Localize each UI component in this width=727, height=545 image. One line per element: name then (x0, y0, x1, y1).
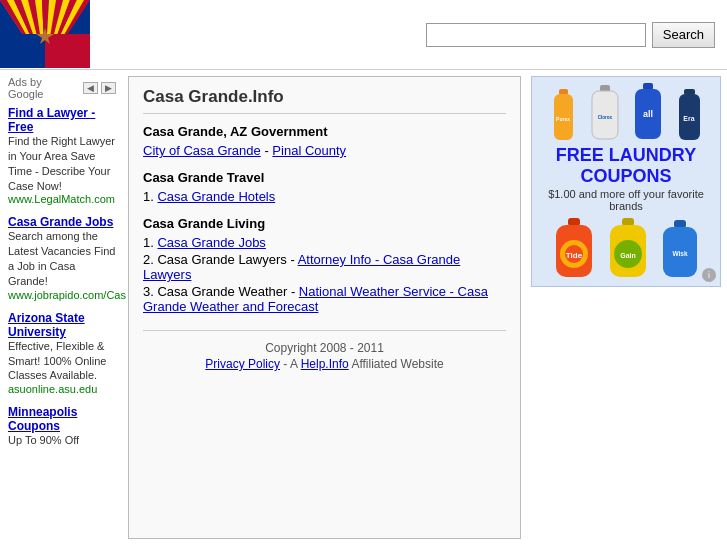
separator: - A (283, 357, 300, 371)
page-title: Casa Grande.Info (143, 87, 506, 114)
ads-nav-next[interactable]: ▶ (101, 82, 116, 94)
section-travel-title: Casa Grande Travel (143, 170, 506, 185)
section-living-item-1: 1. Casa Grande Jobs (143, 235, 506, 250)
help-info-link[interactable]: Help.Info (301, 357, 349, 371)
sidebar-ad-3-title[interactable]: Arizona State University (8, 311, 116, 339)
copyright-section: Copyright 2008 - 2011 Privacy Policy - A… (143, 330, 506, 371)
sidebar-ad-2: Casa Grande Jobs Search among the Latest… (8, 215, 116, 300)
search-input[interactable] (426, 23, 646, 47)
section-living-title: Casa Grande Living (143, 216, 506, 231)
section-living: Casa Grande Living 1. Casa Grande Jobs 2… (143, 216, 506, 314)
section-travel: Casa Grande Travel 1. Casa Grande Hotels (143, 170, 506, 204)
sidebar-ad-2-desc: Search among the Latest Vacancies Find a… (8, 229, 116, 288)
ads-nav-prev[interactable]: ◀ (83, 82, 98, 94)
svg-text:Gain: Gain (620, 252, 636, 259)
ad-banner[interactable]: Purex Clorox all Era (531, 76, 721, 287)
sidebar-ad-2-url: www.jobrapido.com/Cas (8, 289, 116, 301)
sidebar-ad-4: Minneapolis Coupons Up To 90% Off (8, 405, 116, 448)
ads-by-google-label: Ads by Google ◀ ▶ (8, 76, 116, 100)
ad-banner-title: FREE LAUNDRY COUPONS (538, 145, 714, 186)
era-bottle: Era (672, 89, 707, 141)
pinal-county-link[interactable]: Pinal County (272, 143, 346, 158)
svg-text:all: all (642, 109, 652, 119)
section-government-content: City of Casa Grande - Pinal County (143, 143, 506, 158)
svg-text:Purex: Purex (556, 116, 570, 122)
svg-rect-33 (643, 83, 653, 90)
ad-banner-subtitle: $1.00 and more off your favorite brands (538, 188, 714, 212)
main-content: Casa Grande.Info Casa Grande, AZ Governm… (128, 76, 521, 539)
svg-text:Wisk: Wisk (672, 250, 687, 257)
ad-bottles-top: Purex Clorox all Era (538, 83, 714, 141)
sidebar-ad-1-title[interactable]: Find a Lawyer - Free (8, 106, 116, 134)
svg-rect-39 (568, 218, 580, 226)
casa-grande-hotels-link[interactable]: Casa Grande Hotels (157, 189, 275, 204)
svg-text:Tide: Tide (566, 251, 583, 260)
copyright-links: Privacy Policy - A Help.Info Affiliated … (143, 357, 506, 371)
section-living-item-2: 2. Casa Grande Lawyers - Attorney Info -… (143, 252, 506, 282)
tide-bottle: Tide (551, 218, 597, 278)
sidebar-ad-3-desc: Effective, Flexible & Smart! 100% Online… (8, 339, 116, 384)
section-living-item-3: 3. Casa Grande Weather - National Weathe… (143, 284, 506, 314)
clorox-bottle: Clorox (586, 85, 624, 141)
sidebar-ad-1-url: www.LegalMatch.com (8, 193, 116, 205)
info-icon[interactable]: i (702, 268, 716, 282)
section-travel-item-1: 1. Casa Grande Hotels (143, 189, 506, 204)
sidebar-ad-3-url: asuonline.asu.edu (8, 383, 116, 395)
svg-rect-25 (45, 34, 90, 68)
svg-text:Clorox: Clorox (597, 115, 612, 120)
svg-text:Era: Era (683, 115, 694, 122)
section-government: Casa Grande, AZ Government City of Casa … (143, 124, 506, 158)
sidebar-ad-1-desc: Find the Right Lawyer in Your Area Save … (8, 134, 116, 193)
ad-bottles-bottom: Tide Gain Wisk (538, 218, 714, 278)
purex-bottle: Purex (546, 89, 581, 141)
gain-bottle: Gain (605, 218, 651, 278)
wisk-bottle: Wisk (659, 220, 701, 278)
svg-rect-44 (622, 218, 634, 226)
sidebar-ad-4-desc: Up To 90% Off (8, 433, 116, 448)
svg-rect-24 (0, 34, 45, 68)
affiliated-text: Affiliated Website (351, 357, 443, 371)
left-sidebar: Ads by Google ◀ ▶ Find a Lawyer - Free F… (0, 70, 122, 545)
city-of-casa-grande-link[interactable]: City of Casa Grande (143, 143, 261, 158)
sidebar-ad-3: Arizona State University Effective, Flex… (8, 311, 116, 396)
all-bottle: all (629, 83, 667, 141)
privacy-policy-link[interactable]: Privacy Policy (205, 357, 280, 371)
sidebar-ad-1: Find a Lawyer - Free Find the Right Lawy… (8, 106, 116, 205)
search-button[interactable]: Search (652, 22, 715, 48)
search-area: Search (426, 22, 715, 48)
sidebar-ad-2-title[interactable]: Casa Grande Jobs (8, 215, 116, 229)
right-sidebar: Purex Clorox all Era (527, 70, 727, 545)
casa-grande-jobs-link[interactable]: Casa Grande Jobs (157, 235, 265, 250)
svg-rect-48 (674, 220, 686, 228)
section-government-title: Casa Grande, AZ Government (143, 124, 506, 139)
arizona-flag (0, 0, 90, 68)
copyright-text: Copyright 2008 - 2011 (143, 341, 506, 355)
sidebar-ad-4-title[interactable]: Minneapolis Coupons (8, 405, 116, 433)
